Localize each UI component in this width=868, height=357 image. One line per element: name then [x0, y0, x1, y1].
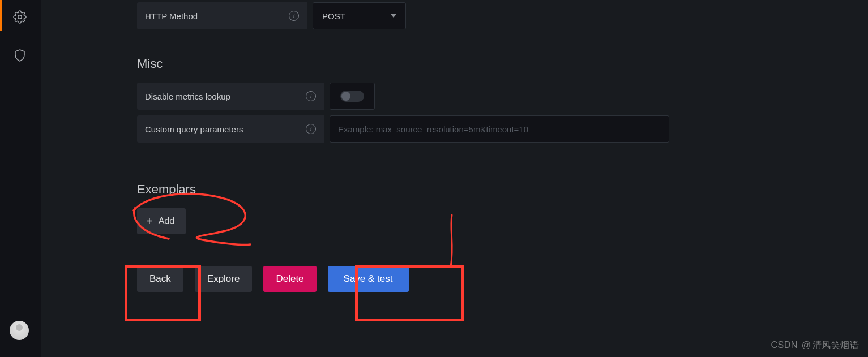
watermark-prefix: CSDN [771, 340, 797, 350]
explore-button[interactable]: Explore [195, 266, 253, 292]
exemplars-title: Exemplars [137, 182, 868, 197]
custom-query-input[interactable] [330, 115, 669, 143]
sidebar-active-indicator [0, 0, 2, 31]
custom-query-row: Custom query parameters [137, 115, 868, 143]
back-button[interactable]: Back [137, 266, 183, 292]
sidebar [0, 0, 40, 357]
disable-metrics-toggle[interactable] [340, 91, 364, 102]
http-method-select[interactable]: POST [313, 2, 406, 29]
toggle-knob [341, 92, 350, 101]
plus-icon: + [146, 216, 153, 227]
info-icon[interactable] [306, 91, 316, 101]
add-exemplar-button[interactable]: + Add [137, 208, 186, 234]
svg-point-0 [18, 15, 22, 19]
chevron-down-icon [391, 14, 396, 18]
avatar[interactable] [10, 321, 29, 340]
watermark-author: 清风笑烟语 [813, 340, 860, 350]
save-test-button[interactable]: Save & test [328, 266, 409, 292]
select-value: POST [322, 11, 345, 21]
info-icon[interactable] [289, 11, 299, 21]
label-text: Disable metrics lookup [145, 92, 230, 101]
disable-metrics-label: Disable metrics lookup [137, 83, 324, 110]
gear-icon[interactable] [10, 7, 30, 27]
misc-title: Misc [137, 57, 868, 71]
add-label: Add [159, 216, 174, 226]
info-icon[interactable] [306, 124, 316, 134]
shield-icon[interactable] [10, 45, 30, 66]
disable-metrics-row: Disable metrics lookup [137, 83, 868, 110]
disable-metrics-toggle-wrap [330, 83, 375, 110]
custom-query-label: Custom query parameters [137, 115, 324, 143]
label-text: Custom query parameters [145, 124, 243, 134]
label-text: HTTP Method [145, 11, 198, 21]
watermark: CSDN @清风笑烟语 [771, 339, 859, 351]
http-method-row: HTTP Method POST [137, 2, 868, 29]
http-method-label: HTTP Method [137, 2, 307, 29]
delete-button[interactable]: Delete [263, 266, 316, 292]
main-panel: HTTP Method POST Misc Disable metrics lo… [41, 0, 868, 357]
footer-buttons: Back Explore Delete Save & test [137, 266, 868, 292]
watermark-at: @ [802, 340, 811, 350]
